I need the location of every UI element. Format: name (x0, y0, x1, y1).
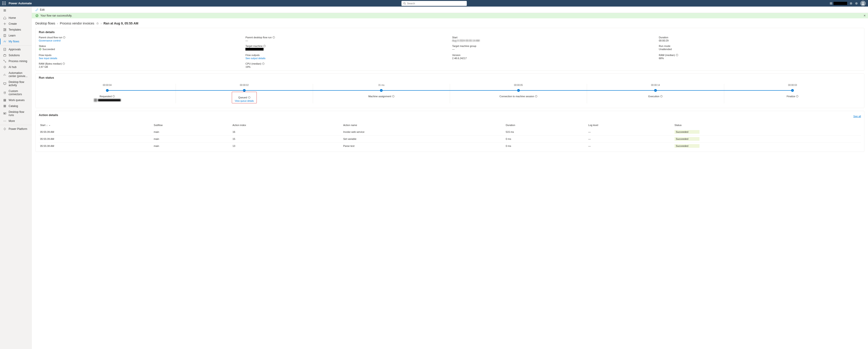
step-dot: ✓ (517, 89, 520, 92)
nav-create[interactable]: Create (0, 21, 32, 27)
svg-point-28 (5, 62, 6, 63)
col-subflow[interactable]: Subflow (152, 122, 231, 129)
svg-point-12 (850, 2, 852, 4)
svg-rect-11 (830, 2, 832, 4)
col-name[interactable]: Action name (342, 122, 504, 129)
hamburger-icon (3, 9, 6, 12)
top-bar: Power Automate (0, 0, 868, 7)
step-dot: ✓ (106, 89, 108, 92)
nav-desktop-activity[interactable]: Desktop flow activity (0, 79, 32, 88)
svg-rect-22 (5, 30, 6, 31)
svg-point-14 (862, 2, 864, 3)
step-dot: ✓ (791, 89, 794, 92)
nav-ai-hub[interactable]: AI hub (0, 64, 32, 70)
connector-icon (3, 91, 6, 94)
svg-point-30 (4, 66, 6, 68)
runs-icon (3, 112, 6, 115)
topbar-right (830, 1, 866, 6)
svg-rect-5 (5, 3, 6, 4)
app-launcher-icon[interactable] (2, 2, 6, 5)
search-input[interactable] (407, 2, 465, 5)
command-bar: Edit (32, 7, 868, 13)
nav-custom-connectors[interactable]: Custom connectors (0, 88, 32, 97)
search-box[interactable] (401, 1, 467, 6)
environment-badge[interactable] (830, 2, 847, 5)
step-connection: 00:00:05 ✓ Connection to machine session (450, 84, 587, 103)
step-queued: 00:00:02 ✓ Queued View queue details (176, 84, 313, 103)
nav-toggle[interactable] (0, 7, 32, 15)
user-avatar[interactable] (860, 1, 866, 6)
activity-icon (3, 82, 6, 85)
edit-button[interactable]: Edit (40, 8, 45, 11)
info-icon[interactable] (392, 95, 395, 98)
nav-approvals[interactable]: Approvals (0, 46, 32, 53)
info-icon[interactable] (796, 95, 798, 98)
action-details-card: Action details See all Start ↓ ⌄ Subflow… (35, 111, 864, 152)
field-start: Start Aug 9 2024 05:55:14 AM (452, 36, 654, 42)
info-icon[interactable] (660, 95, 662, 98)
info-icon[interactable] (535, 95, 537, 98)
settings-icon[interactable] (849, 2, 852, 5)
target-machine-redacted (245, 48, 264, 50)
parent-cloud-link[interactable]: Governance control (39, 39, 241, 42)
help-icon[interactable] (855, 2, 858, 5)
nav-learn[interactable]: Learn (0, 33, 32, 38)
crumb-root[interactable]: Desktop flows (35, 22, 55, 25)
info-icon[interactable] (63, 36, 65, 38)
crumb-flow[interactable]: Process vendor invoices (60, 22, 94, 25)
action-table: Start ↓ ⌄ Subflow Action index Action na… (39, 122, 861, 149)
info-icon[interactable] (273, 36, 275, 38)
nav-templates[interactable]: Templates (0, 27, 32, 33)
table-row[interactable]: 05:55:39 AMmain16Invoke web service515 m… (39, 129, 861, 136)
nav-work-queues[interactable]: Work queues (0, 97, 32, 103)
col-start[interactable]: Start ↓ ⌄ (39, 122, 152, 129)
field-ram-median: RAM (median) 68% (659, 54, 861, 60)
see-all-link[interactable]: See all (853, 115, 861, 117)
info-icon[interactable] (63, 63, 65, 65)
svg-rect-35 (4, 83, 6, 84)
nav-home[interactable]: Home (0, 15, 32, 21)
more-icon (3, 119, 6, 123)
templates-icon (3, 28, 6, 31)
svg-rect-3 (2, 3, 3, 4)
input-details-link[interactable]: See input details (39, 57, 241, 60)
info-icon[interactable] (676, 54, 678, 56)
info-icon[interactable] (248, 96, 250, 99)
run-details-title: Run details (39, 30, 861, 34)
table-row[interactable]: 05:55:39 AMmain15Set variable0 ms—Succee… (39, 136, 861, 143)
field-run-mode: Run mode Unattended (659, 45, 861, 51)
action-details-title: Action details (39, 113, 58, 117)
nav-power-platform[interactable]: Power Platform (0, 126, 32, 132)
banner-close[interactable]: ✕ (864, 14, 866, 17)
nav-catalog[interactable]: Catalog (0, 103, 32, 109)
view-queue-details-link[interactable]: View queue details (235, 100, 254, 102)
col-index[interactable]: Action index (231, 122, 342, 129)
svg-rect-40 (4, 105, 5, 106)
chevron-down-icon: ⌄ (49, 124, 51, 127)
premium-icon (96, 22, 99, 25)
col-status[interactable]: Status (673, 122, 861, 129)
svg-point-46 (4, 121, 5, 121)
sort-down-icon: ↓ (46, 124, 48, 127)
run-details-card: Run details Parent cloud flow run Govern… (35, 28, 864, 71)
nav-automation-center[interactable]: Automation center (previe... (0, 70, 32, 79)
col-duration[interactable]: Duration (504, 122, 587, 129)
nav-process-mining[interactable]: Process mining (0, 58, 32, 64)
svg-rect-26 (4, 55, 6, 56)
col-loglevel[interactable]: Log level (587, 122, 673, 129)
table-row[interactable]: 05:55:38 AMmain13Parse text0 ms—Succeede… (39, 143, 861, 149)
info-icon[interactable] (262, 63, 265, 65)
nav-desktop-runs[interactable]: Desktop flow runs (0, 109, 32, 118)
output-details-link[interactable]: See output details (245, 57, 447, 60)
svg-rect-7 (4, 4, 4, 5)
info-icon[interactable] (263, 45, 266, 47)
nav-more[interactable]: More (0, 118, 32, 124)
field-duration: Duration 00:00:29 (659, 36, 861, 42)
breadcrumb: Desktop flows › Process vendor invoices … (35, 22, 864, 25)
nav-solutions[interactable]: Solutions (0, 53, 32, 58)
svg-rect-0 (2, 2, 3, 2)
svg-rect-2 (5, 2, 6, 2)
crumb-current: Ran at Aug 9, 05:55 AM (103, 22, 138, 25)
nav-my-flows[interactable]: My flows (0, 38, 32, 44)
info-icon[interactable] (113, 95, 115, 98)
